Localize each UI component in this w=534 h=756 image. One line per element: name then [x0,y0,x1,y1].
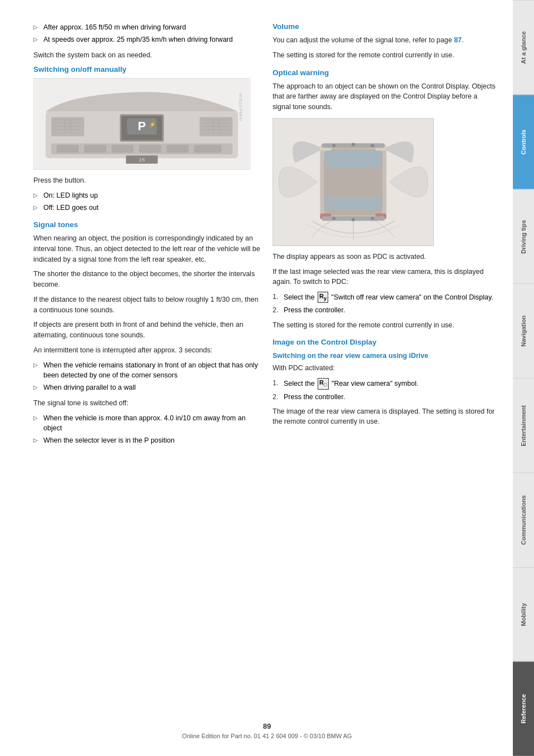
rv2-icon: R□ [318,378,328,389]
tab-at-a-glance[interactable]: At a glance [513,0,534,95]
svg-rect-25 [139,145,161,153]
idrive-steps-list: 1. Select the R□ "Rear view camera" symb… [273,378,496,402]
on-off-list: On: LED lights up Off: LED goes out [33,190,261,213]
tab-mobility[interactable]: Mobility [513,567,534,662]
svg-text:W7E15-PMH0: W7E15-PMH0 [238,93,243,121]
image-displayed: The image of the rear view camera is dis… [273,406,496,428]
svg-rect-24 [112,145,134,153]
svg-rect-35 [325,197,380,209]
tab-controls[interactable]: Controls [513,95,534,189]
footer-text: Online Edition for Part no. 01 41 2 604 … [0,733,534,739]
switch-text: Switch the system back on as needed. [33,50,261,61]
svg-rect-22 [57,145,79,153]
volume-heading: Volume [273,22,496,31]
with-pdc: With PDC activated: [273,363,496,374]
tab-driving-tips[interactable]: Driving tips [513,189,534,284]
signal-tones-heading: Signal tones [33,220,261,229]
signal-tones-p1: When nearing an object, the position is … [33,233,261,264]
pdc-image [273,118,434,246]
signal-tones-p5: An intermittent tone is interrupted afte… [33,345,261,356]
signal-off-text: The signal tone is switched off: [33,398,261,409]
tab-reference[interactable]: Reference [513,661,534,756]
signal-off-bullet-2: When the selector lever is in the P posi… [33,435,261,445]
bullet-item-1: After approx. 165 ft/50 m when driving f… [33,22,261,32]
signal-bullet-1: When the vehicle remains stationary in f… [33,360,261,380]
volume-p2: The setting is stored for the remote con… [273,50,496,61]
left-column: After approx. 165 ft/50 m when driving f… [33,22,261,723]
switching-heading: Switching on/off manually [33,65,261,73]
tab-entertainment[interactable]: Entertainment [513,378,534,473]
signal-tones-p3: If the distance to the nearest object fa… [33,294,261,316]
svg-point-42 [332,144,335,147]
svg-rect-27 [194,145,221,153]
top-bullet-list: After approx. 165 ft/50 m when driving f… [33,22,261,45]
signal-off-bullets: When the vehicle is more than approx. 4.… [33,413,261,445]
svg-point-43 [352,143,355,146]
svg-rect-34 [325,150,380,167]
optical-warning-p1: The approach to an object can be shown o… [273,81,496,112]
switch-image: P ⚡ [33,78,250,170]
signal-tones-p4: If objects are present both in front of … [33,320,261,341]
bullet-item-2: At speeds over approx. 25 mph/35 km/h wh… [33,35,261,45]
switching-rear-heading: Switching on the rear view camera using … [273,352,496,360]
svg-rect-23 [84,145,106,153]
volume-p1: You can adjust the volume of the signal … [273,35,496,46]
signal-tone-bullets: When the vehicle remains stationary in f… [33,360,261,392]
pdc-steps-list: 1. Select the Ry "Switch off rear view c… [273,292,496,316]
signal-bullet-2: When driving parallel to a wall [33,382,261,392]
svg-text:P: P [138,119,146,133]
display-appears: The display appears as soon as PDC is ac… [273,252,496,262]
idrive-step-2: 2. Press the controller. [273,392,496,402]
page-footer: 89 Online Edition for Part no. 01 41 2 6… [0,722,534,739]
tab-navigation[interactable]: Navigation [513,283,534,378]
right-column: Volume You can adjust the volume of the … [273,22,496,723]
page-link-87: 87 [454,36,462,44]
pdc-stored: The setting is stored for the remote con… [273,320,496,331]
svg-text:⚡: ⚡ [149,121,156,128]
signal-tones-p2: The shorter the distance to the object b… [33,269,261,290]
on-item: On: LED lights up [33,190,261,200]
optical-warning-heading: Optical warning [273,68,496,77]
idrive-step-1: 1. Select the R□ "Rear view camera" symb… [273,378,496,389]
svg-point-44 [371,144,374,147]
pdc-step-1: 1. Select the Ry "Switch off rear view c… [273,292,496,303]
tab-bar: At a glance Controls Driving tips Naviga… [513,0,534,756]
svg-text:15: 15 [139,156,145,163]
page-number: 89 [0,722,534,730]
tab-communications[interactable]: Communications [513,473,534,567]
pdc-step-2: 2. Press the controller. [273,305,496,315]
rear-view-para: If the last image selected was the rear … [273,267,496,288]
svg-rect-26 [166,145,189,153]
rv-icon: Ry [318,292,328,303]
image-on-control-heading: Image on the Control Display [273,338,496,346]
signal-off-bullet-1: When the vehicle is more than approx. 4.… [33,413,261,433]
off-item: Off: LED goes out [33,203,261,213]
press-button-text: Press the button. [33,175,261,186]
